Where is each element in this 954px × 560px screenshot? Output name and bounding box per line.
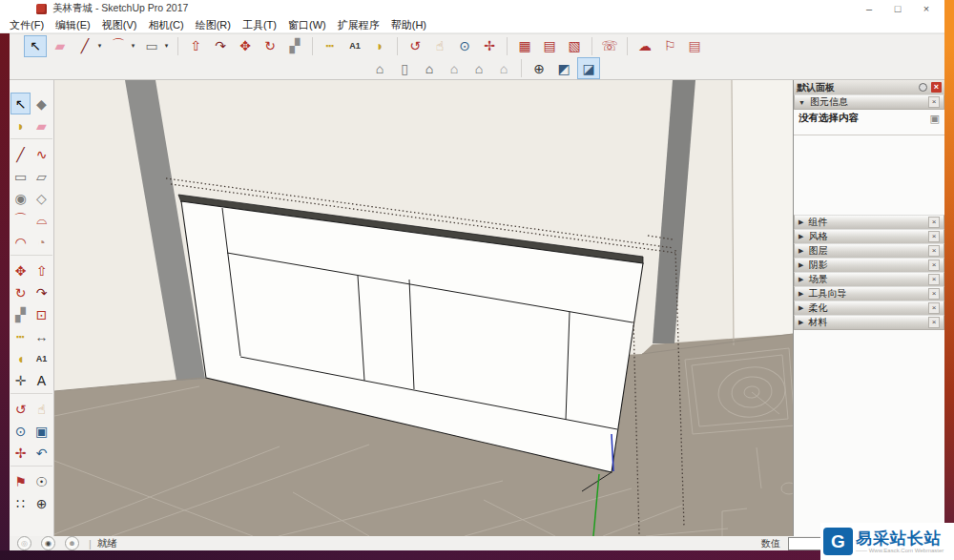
dimension-tool-icon[interactable]: ↔ (31, 325, 52, 347)
view-top-icon[interactable]: ▯ (393, 57, 416, 79)
rectangle-tool-icon[interactable]: ▭ (10, 165, 31, 187)
select-tool-icon[interactable]: ↖ (10, 93, 31, 114)
zoom-tool-icon[interactable]: ⊙ (10, 420, 31, 442)
paint-bucket-tool-icon[interactable]: ◗ (368, 35, 391, 57)
arc-dropdown-icon[interactable]: ▾ (128, 35, 138, 57)
tray-section-materials[interactable]: ▶ 材料 × (794, 315, 944, 330)
eraser-tool-icon[interactable]: ▰ (49, 35, 72, 57)
rectangle-dropdown-icon[interactable]: ▾ (161, 35, 172, 57)
tray-section-styles[interactable]: ▶ 风格 × (794, 229, 944, 244)
position-camera-tool-icon[interactable]: ⚑ (10, 470, 31, 492)
credits-icon[interactable]: ◉ (41, 536, 55, 550)
zoom-window-tool-icon[interactable]: ▣ (31, 420, 52, 442)
eraser-tool-icon[interactable]: ▰ (31, 114, 52, 136)
arc-tool-icon[interactable]: ⌒ (107, 35, 130, 57)
push-pull-tool-icon[interactable]: ⇧ (184, 35, 207, 57)
tray-section-close-button[interactable]: × (928, 288, 940, 300)
view-left-icon[interactable]: ⌂ (492, 57, 515, 79)
previous-view-tool-icon[interactable]: ↶ (31, 442, 52, 464)
tray-section-close-button[interactable]: × (928, 231, 940, 242)
line-tool-icon[interactable]: ╱ (10, 143, 31, 165)
share-model-icon[interactable]: ▧ (563, 35, 586, 57)
rotated-rectangle-tool-icon[interactable]: ▱ (31, 165, 52, 187)
three-d-text-tool-icon[interactable]: A (31, 369, 52, 391)
tray-header[interactable]: 默认面板 × (794, 80, 944, 95)
three-point-arc-tool-icon[interactable]: ◠ (10, 231, 31, 253)
look-around-tool-icon[interactable]: ☉ (31, 470, 52, 492)
axes-tool-icon[interactable]: ✛ (10, 369, 31, 391)
text-tool-icon[interactable]: A1 (343, 35, 366, 57)
pin-icon[interactable] (919, 83, 927, 92)
entity-info-header[interactable]: ▼ 图元信息 × (794, 94, 944, 110)
follow-me-tool-icon[interactable]: ↷ (209, 35, 232, 57)
orbit-tool-icon[interactable]: ↺ (404, 35, 426, 57)
report-icon[interactable]: ▤ (683, 35, 706, 57)
move-tool-icon[interactable]: ✥ (10, 259, 31, 281)
tray-section-shadows[interactable]: ▶ 阴影 × (794, 258, 944, 273)
line-dropdown-icon[interactable]: ▾ (94, 35, 105, 57)
geolocation-icon[interactable]: ◎ (17, 536, 31, 550)
tray-section-scenes[interactable]: ▶ 场景 × (794, 272, 944, 287)
tray-section-components[interactable]: ▶ 组件 × (794, 215, 944, 230)
paint-bucket-tool-icon[interactable]: ◗ (10, 114, 31, 136)
pan-tool-icon[interactable]: ☝ (31, 398, 52, 420)
rotate-tool-icon[interactable]: ↻ (10, 281, 31, 303)
orbit-tool-icon[interactable]: ↺ (10, 398, 31, 420)
text-tool-icon[interactable]: A1 (31, 347, 52, 369)
view-right-icon[interactable]: ⌂ (443, 57, 466, 79)
freehand-tool-icon[interactable]: ∿ (31, 143, 52, 165)
perspective-view-icon[interactable]: ◩ (552, 57, 575, 79)
location-pin-icon[interactable]: ⚐ (658, 35, 681, 57)
pan-tool-icon[interactable]: ☝ (428, 35, 451, 57)
pie-tool-icon[interactable]: ◔ (31, 231, 52, 253)
arc-tool-icon[interactable]: ⌒ (10, 209, 31, 231)
view-back-icon[interactable]: ⌂ (467, 57, 490, 79)
protractor-tool-icon[interactable]: ◖ (10, 347, 31, 369)
tape-measure-tool-icon[interactable]: ┅ (10, 325, 31, 347)
menu-help[interactable]: 帮助(H) (385, 17, 432, 33)
select-tool-icon[interactable]: ↖ (24, 35, 47, 57)
menu-tools[interactable]: 工具(T) (237, 17, 282, 33)
iso-perspective-icon[interactable]: ◪ (577, 57, 600, 79)
zoom-extents-tool-icon[interactable]: ✢ (10, 442, 31, 464)
tray-section-close-button[interactable]: × (928, 317, 940, 328)
tray-section-soften-edges[interactable]: ▶ 柔化 × (794, 301, 944, 316)
viewport-3d[interactable] (54, 80, 793, 536)
polygon-tool-icon[interactable]: ◇ (31, 187, 52, 209)
move-tool-icon[interactable]: ✥ (234, 35, 257, 57)
make-component-icon[interactable]: ◆ (31, 93, 52, 114)
scale-tool-icon[interactable]: ▞ (10, 303, 31, 325)
get-models-icon[interactable]: ▦ (513, 35, 536, 57)
close-button[interactable]: × (912, 1, 941, 16)
tray-section-close-button[interactable]: × (928, 274, 940, 285)
entity-info-close-button[interactable]: × (928, 96, 940, 108)
warehouse-icon[interactable]: ☏ (598, 35, 621, 57)
maximize-button[interactable]: □ (883, 1, 912, 16)
rectangle-tool-icon[interactable]: ▭ (140, 35, 163, 57)
menu-window[interactable]: 窗口(W) (282, 17, 332, 33)
view-front-icon[interactable]: ⌂ (418, 57, 441, 79)
tray-section-close-button[interactable]: × (928, 302, 940, 314)
menu-camera[interactable]: 相机(C) (142, 17, 189, 33)
view-iso-icon[interactable]: ⌂ (368, 57, 391, 79)
tray-section-close-button[interactable]: × (928, 259, 940, 271)
tray-section-layers[interactable]: ▶ 图层 × (794, 243, 944, 259)
zoom-extents-tool-icon[interactable]: ✢ (478, 35, 501, 57)
offset-tool-icon[interactable]: ⊡ (31, 303, 52, 325)
follow-me-tool-icon[interactable]: ↷ (31, 281, 52, 303)
sign-in-icon[interactable]: ☻ (65, 536, 79, 550)
push-pull-tool-icon[interactable]: ⇧ (31, 259, 52, 281)
tray-close-button[interactable]: × (931, 82, 942, 93)
walk-tool-icon[interactable]: ∷ (10, 492, 31, 514)
zoom-tool-icon[interactable]: ⊙ (453, 35, 476, 57)
minimize-button[interactable]: – (855, 1, 883, 16)
previous-view-icon[interactable]: ⊕ (528, 57, 550, 79)
line-tool-icon[interactable]: ╱ (73, 35, 96, 57)
rotate-tool-icon[interactable]: ↻ (259, 35, 281, 57)
tray-section-close-button[interactable]: × (928, 245, 940, 257)
menu-extensions[interactable]: 扩展程序 (332, 17, 385, 33)
purchase-extensions-icon[interactable]: ▤ (538, 35, 561, 57)
menu-draw[interactable]: 绘图(R) (190, 17, 237, 33)
two-point-arc-tool-icon[interactable]: ⌓ (31, 209, 52, 231)
trimble-connect-icon[interactable]: ☁ (633, 35, 656, 57)
